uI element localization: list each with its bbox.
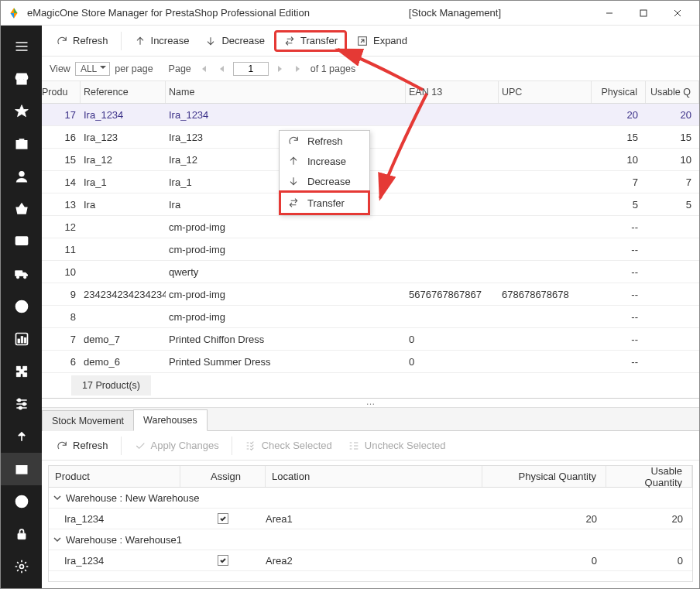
wh-cell-product: Ira_1234 — [49, 555, 180, 567]
col-physical[interactable]: Physical — [592, 81, 646, 103]
wh-apply-button[interactable]: Apply Changes — [128, 436, 225, 456]
wh-col-product[interactable]: Product — [49, 466, 180, 487]
wh-uncheck-button[interactable]: Uncheck Selected — [341, 436, 452, 456]
cell-name: cm-prod-img — [166, 244, 406, 255]
product-count-chip: 17 Product(s) — [71, 375, 151, 396]
table-row[interactable]: 13IraIra55 — [42, 193, 699, 216]
cell-reference: 234234234234234234 — [81, 289, 166, 300]
page-last-button[interactable] — [292, 62, 306, 76]
table-row[interactable]: 12cm-prod-img-- — [42, 216, 699, 238]
svg-rect-19 — [18, 533, 26, 539]
wh-col-location[interactable]: Location — [266, 466, 482, 487]
wh-col-usable[interactable]: Usable Quantity — [606, 466, 692, 487]
tab-stock-movement[interactable]: Stock Movement — [42, 410, 134, 431]
warehouse-row[interactable]: Ira_1234Area200 — [49, 550, 692, 571]
table-row[interactable]: 7demo_7Printed Chiffon Dress0-- — [42, 328, 699, 351]
warehouse-header: Product Assign Location Physical Quantit… — [49, 466, 692, 488]
ctx-refresh[interactable]: Refresh — [280, 131, 369, 151]
cell-name: Printed Summer Dress — [166, 356, 406, 368]
table-row[interactable]: 6demo_6Printed Summer Dress0-- — [42, 351, 699, 373]
wh-col-assign[interactable]: Assign — [180, 466, 266, 487]
col-usable[interactable]: Usable Q — [646, 81, 699, 103]
sidebar-menu-icon[interactable] — [1, 30, 42, 63]
wh-check-button[interactable]: Check Selected — [238, 436, 338, 456]
table-row[interactable]: 9234234234234234234cm-prod-img5676767867… — [42, 283, 699, 306]
ctx-transfer[interactable]: Transfer — [279, 190, 370, 215]
cell-reference: Ira_12 — [81, 154, 166, 166]
sidebar-upload-icon[interactable] — [1, 420, 42, 453]
sidebar-globe-icon[interactable] — [1, 290, 42, 323]
col-reference[interactable]: Reference — [81, 81, 166, 103]
arrow-up-icon — [287, 155, 300, 167]
cell-name: qwerty — [166, 266, 406, 278]
sidebar-user-icon[interactable] — [1, 160, 42, 193]
window-minimize-button[interactable] — [594, 2, 625, 24]
sidebar-truck-icon[interactable] — [1, 258, 42, 290]
table-row[interactable]: 17Ira_1234Ira_12342020 — [42, 104, 699, 126]
expand-icon — [356, 35, 369, 47]
sidebar-puzzle-icon[interactable] — [1, 355, 42, 388]
per-page-dropdown[interactable]: ALL — [75, 62, 110, 76]
col-ean[interactable]: EAN 13 — [406, 81, 499, 103]
page-input[interactable] — [233, 62, 269, 76]
col-upc[interactable]: UPC — [499, 81, 592, 103]
page-first-button[interactable] — [196, 62, 210, 76]
table-row[interactable]: 16Ira_123Ira_1231515 — [42, 126, 699, 149]
table-row[interactable]: 11cm-prod-img-- — [42, 238, 699, 261]
sidebar-sliders-icon[interactable] — [1, 388, 42, 420]
window-close-button[interactable] — [662, 2, 693, 24]
refresh-button[interactable]: Refresh — [50, 31, 115, 51]
expand-button[interactable]: Expand — [350, 31, 413, 51]
increase-label: Increase — [151, 35, 190, 46]
window-maximize-button[interactable] — [628, 2, 659, 24]
col-product-id[interactable]: Produ — [42, 81, 81, 103]
sidebar-stats-icon[interactable] — [1, 323, 42, 355]
wh-cell-assign — [180, 513, 266, 525]
sidebar-stock-icon[interactable] — [1, 453, 42, 485]
col-name[interactable]: Name — [166, 81, 406, 103]
cell-physical: -- — [592, 244, 646, 255]
wh-col-physical[interactable]: Physical Quantity — [482, 466, 606, 487]
transfer-button[interactable]: Transfer — [274, 30, 347, 52]
page-prev-button[interactable] — [214, 62, 228, 76]
sidebar-help-icon[interactable] — [1, 485, 42, 518]
tab-warehouses[interactable]: Warehouses — [133, 409, 208, 431]
ctx-decrease[interactable]: Decrease — [280, 171, 369, 191]
table-row[interactable]: 14Ira_1Ira_177 — [42, 171, 699, 193]
decrease-label: Decrease — [221, 35, 265, 46]
cell-usable: 15 — [646, 132, 699, 143]
wh-check-label: Check Selected — [262, 440, 332, 451]
page-of-text: of 1 pages — [311, 63, 355, 74]
refresh-icon — [56, 440, 68, 452]
sidebar-star-icon[interactable] — [1, 95, 42, 128]
svg-point-8 — [23, 276, 26, 279]
sidebar-store-icon[interactable] — [1, 63, 42, 95]
sidebar-chat-icon[interactable] — [1, 225, 42, 258]
assign-checkbox[interactable] — [218, 555, 228, 566]
cell-id: 14 — [42, 176, 81, 188]
warehouse-row[interactable]: Ira_1234Area12020 — [49, 509, 692, 529]
table-row[interactable]: 8cm-prod-img-- — [42, 306, 699, 328]
pane-splitter[interactable]: … — [42, 399, 699, 408]
sidebar-box-icon[interactable] — [1, 128, 42, 160]
warehouse-group-header[interactable]: Warehouse : New Warehouse — [49, 488, 692, 509]
table-row[interactable]: 10qwerty-- — [42, 261, 699, 283]
warehouse-grid: Product Assign Location Physical Quantit… — [48, 465, 693, 582]
decrease-button[interactable]: Decrease — [198, 31, 271, 51]
warehouse-group-header[interactable]: Warehouse : Warehouse1 — [49, 529, 692, 550]
paging-bar: View ALL per page Page of 1 pages — [42, 57, 699, 81]
sidebar-gear-icon[interactable] — [1, 550, 42, 583]
sidebar-lock-icon[interactable] — [1, 518, 42, 550]
cell-name: Ira_1234 — [166, 109, 406, 121]
page-next-button[interactable] — [273, 62, 287, 76]
increase-button[interactable]: Increase — [128, 31, 196, 51]
assign-checkbox[interactable] — [218, 513, 228, 524]
chevron-down-icon — [53, 534, 61, 546]
svg-point-7 — [16, 276, 19, 279]
sidebar-basket-icon[interactable] — [1, 193, 42, 225]
svg-rect-13 — [24, 337, 26, 343]
table-row[interactable]: 15Ira_12Ira_121010 — [42, 149, 699, 171]
wh-refresh-button[interactable]: Refresh — [50, 436, 115, 456]
ctx-increase[interactable]: Increase — [280, 151, 369, 171]
cell-physical: 10 — [592, 154, 646, 166]
